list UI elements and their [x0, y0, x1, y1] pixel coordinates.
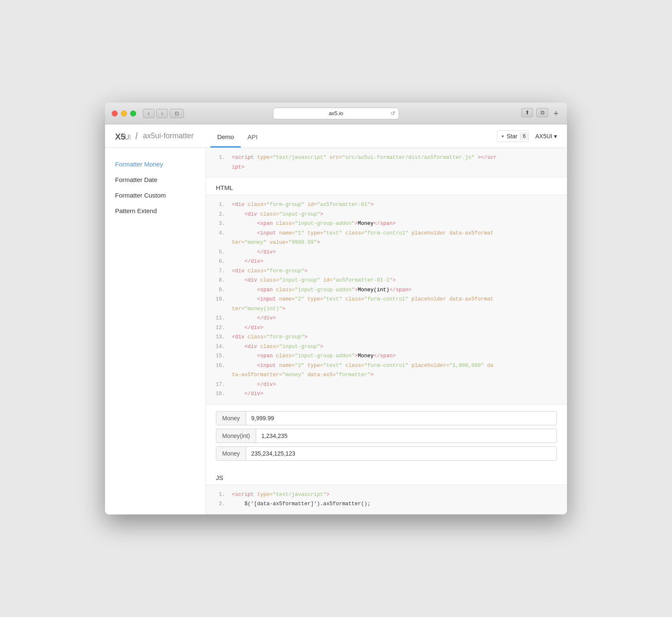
minimize-button[interactable]	[121, 111, 127, 116]
svg-text:X5: X5	[115, 132, 125, 141]
new-tab-button[interactable]: +	[551, 108, 560, 119]
js-section-label: JS	[206, 467, 567, 485]
line-number	[213, 163, 225, 172]
code-line: 2. $('[data-ax5formatter]').ax5formatter…	[206, 499, 567, 509]
view-button[interactable]: ⊡	[170, 109, 184, 118]
code-line: 15. <span class="input-group-addon">Mone…	[206, 351, 567, 361]
github-star-button[interactable]: ⭑ Star 6	[497, 130, 528, 142]
content-area[interactable]: 1. <script type="text/javascript" src="s…	[206, 148, 567, 514]
js-code-block: 1. <script type="text/javascript"> 2. $(…	[206, 485, 567, 514]
code-content: <script type="text/javascript" src="src/…	[232, 153, 560, 163]
code-line: 9. <span class="input-group-addon">Money…	[206, 285, 567, 295]
code-line: 1. <script type="text/javascript">	[206, 490, 567, 500]
title-bar: ‹ › ⊡ ax5.io ↺ ⬆ ⧉ +	[105, 103, 567, 124]
code-line: 17. </div>	[206, 380, 567, 390]
code-line: 11. </div>	[206, 314, 567, 323]
address-bar-container: ax5.io ↺	[273, 108, 399, 119]
star-label: Star	[507, 133, 517, 140]
code-line: 6. </div>	[206, 257, 567, 266]
nav-buttons: ‹ › ⊡	[143, 109, 184, 118]
code-line: ta-ax5formatter="money" data-ax5="format…	[206, 370, 567, 380]
money-addon-2: Money(int)	[216, 429, 256, 443]
traffic-lights	[112, 111, 136, 116]
share-icon: ⬆	[525, 109, 530, 116]
nav-api[interactable]: API	[241, 133, 264, 148]
address-bar[interactable]: ax5.io ↺	[273, 108, 399, 119]
svg-text:UI: UI	[124, 134, 130, 141]
money-addon-1: Money	[216, 411, 246, 425]
code-line: 3. <span class="input-group-addon">Money…	[206, 219, 567, 229]
sidebar-item-formatter-custom[interactable]: Formatter Custom	[105, 187, 205, 203]
duplicate-icon: ⧉	[541, 109, 544, 116]
code-line: 7. <div class="form-group">	[206, 266, 567, 276]
code-content: ipt>	[232, 163, 560, 172]
maximize-button[interactable]	[130, 111, 136, 116]
sidebar: Formatter Money Formatter Date Formatter…	[105, 148, 206, 514]
code-line: 4. <input name="1" type="text" class="fo…	[206, 229, 567, 238]
money-input-2[interactable]	[256, 429, 556, 443]
code-line: 12. </div>	[206, 323, 567, 333]
star-count: 6	[520, 132, 528, 140]
code-line: 10. <input name="2" type="text" class="f…	[206, 295, 567, 304]
code-line: ter="money(int)">	[206, 304, 567, 314]
money-input-group-3: Money	[216, 446, 557, 461]
html-section-label: HTML	[206, 177, 567, 195]
sidebar-item-pattern-extend[interactable]: Pattern Extend	[105, 203, 205, 219]
dropdown-arrow-icon: ▾	[554, 133, 557, 140]
forward-icon: ›	[161, 111, 163, 116]
code-line: ter="money" value="9999.99">	[206, 238, 567, 248]
code-line: 5. </div>	[206, 248, 567, 257]
code-line: 8. <div class="input-group" id="ax5forma…	[206, 276, 567, 285]
refresh-button[interactable]: ↺	[391, 110, 395, 116]
code-line: 18. </div>	[206, 389, 567, 399]
duplicate-button[interactable]: ⧉	[536, 108, 548, 117]
title-bar-right: ⬆ ⧉ +	[521, 108, 560, 119]
code-line: 1. <div class="form-group" id="ax5format…	[206, 200, 567, 210]
code-line: 2. <div class="input-group">	[206, 210, 567, 219]
top-code-block: 1. <script type="text/javascript" src="s…	[206, 148, 567, 177]
form-groups-section: Money Money(int) Money	[206, 404, 567, 467]
logo-project: ax5ui-formatter	[143, 132, 194, 140]
header-nav: Demo API	[210, 124, 264, 148]
money-addon-3: Money	[216, 447, 246, 460]
ax5ui-dropdown[interactable]: AX5UI ▾	[536, 133, 557, 140]
sidebar-item-formatter-date[interactable]: Formatter Date	[105, 172, 205, 187]
html-code-block: 1. <div class="form-group" id="ax5format…	[206, 195, 567, 404]
github-icon: ⭑	[501, 132, 504, 140]
money-input-group-1: Money	[216, 411, 557, 425]
nav-demo[interactable]: Demo	[210, 133, 241, 148]
code-line: 13. <div class="form-group">	[206, 332, 567, 342]
money-input-1[interactable]	[246, 411, 556, 425]
close-button[interactable]	[112, 111, 118, 116]
logo: X5 UI / ax5ui-formatter	[115, 131, 194, 142]
code-line: 14. <div class="input-group">	[206, 342, 567, 352]
money-input-group-2: Money(int)	[216, 429, 557, 443]
ax5ui-label: AX5UI	[536, 133, 552, 140]
back-button[interactable]: ‹	[143, 109, 155, 118]
money-input-3[interactable]	[246, 447, 556, 460]
header-right: ⭑ Star 6 AX5UI ▾	[497, 130, 557, 142]
share-button[interactable]: ⬆	[521, 108, 533, 117]
logo-separator: /	[135, 131, 138, 142]
back-icon: ‹	[148, 111, 150, 116]
sidebar-item-formatter-money[interactable]: Formatter Money	[105, 156, 205, 172]
line-number: 1.	[213, 153, 225, 163]
view-icon: ⊡	[175, 111, 179, 116]
main-content: Formatter Money Formatter Date Formatter…	[105, 148, 567, 514]
app-header: X5 UI / ax5ui-formatter Demo API ⭑ Star …	[105, 124, 567, 148]
url-text: ax5.io	[329, 110, 344, 116]
logo-x5: X5 UI	[115, 131, 130, 142]
code-line: 16. <input name="2" type="text" class="f…	[206, 361, 567, 371]
browser-window: ‹ › ⊡ ax5.io ↺ ⬆ ⧉ +	[105, 103, 567, 514]
forward-button[interactable]: ›	[156, 109, 168, 118]
